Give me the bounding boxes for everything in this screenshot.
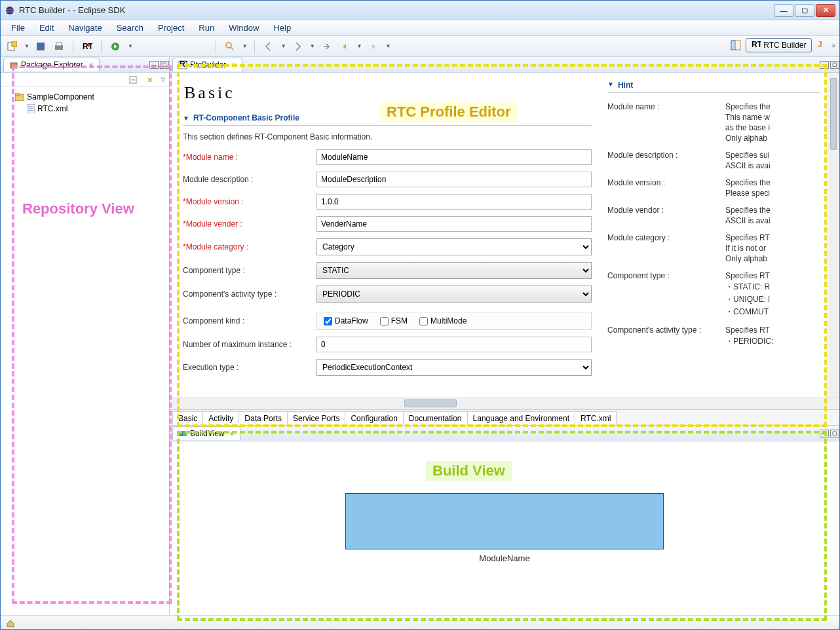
bottom-tab-serviceports[interactable]: Service Ports [287, 411, 345, 425]
dropdown-arrow-icon[interactable]: ▼ [386, 43, 391, 49]
bottom-tab-activity[interactable]: Activity [202, 411, 239, 425]
bottom-tab-rtcxml[interactable]: RTC.xml [575, 411, 617, 425]
dropdown-arrow-icon[interactable]: ▼ [24, 43, 29, 49]
link-editor-button[interactable] [143, 73, 157, 87]
hint-row: If it is not or [607, 244, 820, 253]
module-name-input[interactable] [316, 149, 592, 165]
back-arrow-button[interactable] [337, 39, 352, 54]
save-button[interactable] [33, 39, 48, 54]
minimize-view-icon[interactable]: — [820, 430, 829, 437]
perspective-rtc-builder[interactable]: RT RTC Builder [746, 38, 812, 52]
menu-project[interactable]: Project [151, 22, 191, 34]
rtc-file-icon: RT [178, 60, 187, 69]
hint-title[interactable]: Hint [607, 78, 820, 93]
hint-val: Specifies the [725, 178, 820, 187]
svg-rect-3 [12, 41, 17, 46]
checkbox-dataflow[interactable]: DataFlow [324, 316, 368, 325]
editor-bottom-tabs: Basic Activity Data Ports Service Ports … [170, 409, 839, 425]
hint-row: Module vendor :Specifies the [607, 206, 820, 215]
rt-button[interactable]: RT [80, 39, 94, 54]
new-button[interactable] [5, 39, 19, 54]
dropdown-arrow-icon[interactable]: ▼ [128, 43, 133, 49]
module-box[interactable] [345, 493, 664, 549]
dropdown-arrow-icon[interactable]: ▼ [357, 43, 362, 49]
menu-run[interactable]: Run [192, 22, 221, 34]
minimize-button[interactable]: — [774, 4, 793, 17]
run-button[interactable] [108, 39, 123, 54]
bottom-tab-basic[interactable]: Basic [172, 411, 203, 426]
module-vender-input[interactable] [316, 216, 592, 232]
menu-window[interactable]: Window [222, 22, 265, 34]
dropdown-arrow-icon[interactable]: ▼ [242, 43, 248, 49]
close-icon[interactable]: ✕ [229, 430, 235, 437]
nav-back-button[interactable] [261, 39, 276, 54]
package-explorer-tab[interactable]: Package Explorer ✕ [3, 58, 100, 71]
menu-search[interactable]: Search [110, 22, 150, 34]
hint-key [607, 216, 725, 225]
minimize-view-icon[interactable]: — [149, 61, 159, 69]
section-title[interactable]: RT-Component Basic Profile [183, 111, 592, 126]
maximize-view-icon[interactable]: ▢ [160, 61, 169, 69]
print-button[interactable] [52, 39, 66, 54]
checkbox-multimode[interactable]: MultiMode [419, 316, 467, 325]
module-category-select[interactable]: Category [316, 238, 592, 255]
maximize-view-icon[interactable]: ▢ [830, 430, 839, 437]
home-icon[interactable] [6, 618, 15, 627]
svg-text:RT: RT [83, 42, 92, 51]
minimize-view-icon[interactable]: — [820, 61, 829, 69]
section-description: This section defines RT-Component Basic … [183, 132, 592, 141]
open-perspective-button[interactable] [729, 38, 743, 52]
max-instance-label: Number of maximum instance : [183, 340, 316, 349]
svg-rect-19 [15, 93, 19, 96]
hint-key [607, 161, 725, 170]
max-instance-input[interactable] [316, 337, 592, 352]
component-type-label: Component type : [183, 266, 316, 275]
nav-alt-button[interactable] [319, 39, 334, 54]
menu-navigate[interactable]: Navigate [62, 22, 108, 34]
execution-type-select[interactable]: PeriodicExecutionContext [316, 359, 592, 376]
close-button[interactable]: ✕ [816, 4, 835, 17]
bottom-tab-documentation[interactable]: Documentation [403, 411, 468, 425]
editor-vscrollbar[interactable] [828, 73, 839, 398]
activity-type-select[interactable]: PERIODIC [316, 286, 592, 303]
bottom-tab-langenv[interactable]: Language and Environment [467, 411, 575, 425]
close-icon[interactable]: ✕ [231, 62, 237, 69]
tree-label: SampleComponent [27, 92, 94, 102]
module-desc-input[interactable] [316, 172, 592, 187]
dropdown-arrow-icon[interactable]: ▼ [281, 43, 286, 49]
tree-folder[interactable]: SampleComponent [3, 91, 166, 103]
nav-forward-button[interactable] [290, 39, 305, 54]
view-menu-icon[interactable]: ▽ [161, 77, 165, 83]
maximize-view-icon[interactable]: ▢ [830, 61, 839, 69]
forward-arrow-button[interactable] [366, 39, 381, 54]
dropdown-arrow-icon[interactable]: ▼ [310, 43, 315, 49]
maximize-button[interactable]: ▢ [795, 4, 814, 17]
menu-edit[interactable]: Edit [33, 22, 60, 34]
collapse-all-button[interactable] [126, 73, 140, 87]
activity-type-label: Component's activity type : [183, 289, 316, 299]
hint-val: ・UNIQUE: l [725, 294, 820, 305]
svg-rect-15 [10, 63, 17, 68]
build-view-tab[interactable]: BuildView ✕ [172, 426, 240, 440]
tree-file[interactable]: RTC.xml [3, 103, 166, 115]
bottom-tab-configuration[interactable]: Configuration [345, 411, 403, 425]
menu-help[interactable]: Help [267, 22, 297, 34]
toolbar-separator [216, 40, 216, 53]
hint-key: Module name : [607, 102, 725, 111]
java-perspective-button[interactable]: J [814, 38, 829, 52]
component-kind-group: DataFlow FSM MultiMode [316, 312, 592, 330]
hint-row: This name w [607, 113, 820, 122]
perspective-more-icon[interactable]: » [831, 42, 835, 49]
checkbox-fsm[interactable]: FSM [380, 316, 408, 325]
close-icon[interactable]: ✕ [88, 62, 94, 69]
hint-val: ・STATIC: R [725, 282, 820, 293]
tab-label: RtcBuilder [190, 60, 226, 69]
search-button[interactable] [223, 39, 237, 54]
module-version-input[interactable] [316, 194, 592, 210]
editor-tab[interactable]: RT RtcBuilder ✕ [172, 58, 242, 71]
bottom-tab-dataports[interactable]: Data Ports [239, 411, 288, 425]
component-type-select[interactable]: STATIC [316, 262, 592, 279]
menu-file[interactable]: File [5, 22, 31, 34]
editor-hscrollbar[interactable] [170, 398, 839, 409]
svg-text:J: J [818, 40, 822, 49]
